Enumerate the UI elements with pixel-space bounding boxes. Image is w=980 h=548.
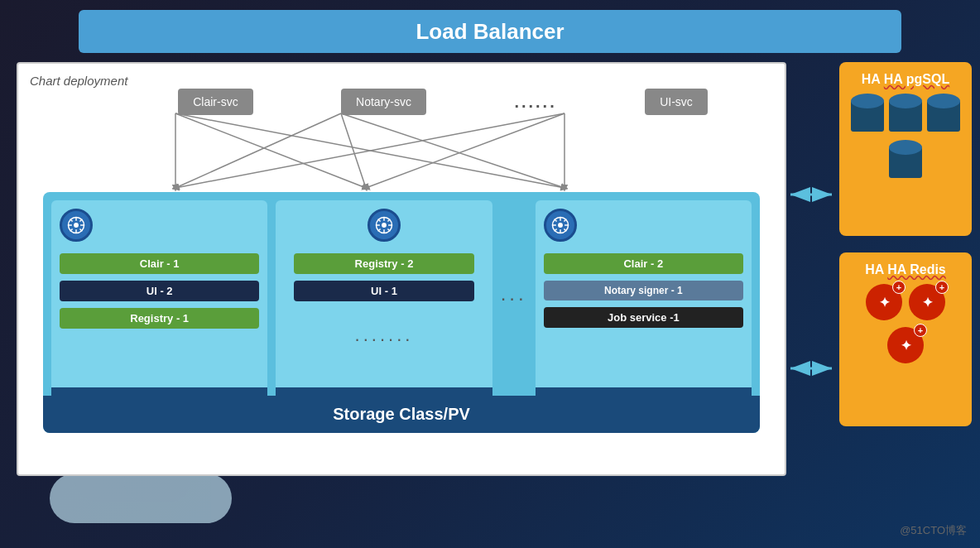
right-panels: HA HA pgSQL HA HA Redis — [839, 62, 972, 426]
pgsql-label: HA pgSQL — [884, 72, 949, 86]
k8s-node-3: Clair - 2 Notary signer - 1 Job service … — [536, 200, 752, 425]
svg-line-18 — [70, 228, 73, 231]
svg-line-26 — [387, 228, 390, 231]
ha-pgsql-panel: HA HA pgSQL — [839, 62, 972, 236]
between-nodes-dots: ... — [501, 200, 527, 425]
db-cylinder-1 — [851, 94, 884, 135]
side-arrows-svg — [786, 62, 836, 476]
svg-line-37 — [564, 219, 566, 222]
svg-line-38 — [554, 228, 556, 231]
svg-line-27 — [387, 219, 390, 222]
db-cylinder-2 — [889, 94, 922, 135]
svg-line-1 — [175, 113, 366, 188]
db-cylinder-3 — [927, 94, 960, 135]
svg-line-35 — [554, 219, 556, 222]
svg-line-15 — [70, 219, 73, 222]
cloud-decoration — [50, 473, 232, 523]
svg-line-17 — [79, 219, 82, 222]
svg-line-5 — [341, 113, 564, 188]
ha-redis-title: HA HA Redis — [849, 262, 962, 277]
storage-class-label: Storage Class/PV — [333, 405, 470, 424]
svg-line-3 — [175, 113, 341, 188]
k8s-node-2: Registry - 2 UI - 1 ....... — [276, 200, 492, 425]
svg-line-16 — [79, 228, 82, 231]
redis-icon-3: ✦ + — [887, 327, 924, 363]
svg-line-7 — [366, 113, 564, 188]
svg-point-20 — [382, 223, 387, 228]
registry-1-badge: Registry - 1 — [60, 308, 259, 329]
redis-icon-2: ✦ + — [909, 284, 945, 320]
ha-redis-panel: HA HA Redis ✦ + ✦ + ✦ + — [839, 252, 972, 426]
db-cylinder-4 — [889, 140, 922, 181]
svg-line-36 — [564, 228, 566, 231]
k8s-node-1: Clair - 1 UI - 2 Registry - 1 — [51, 200, 267, 425]
k8s-icon-3 — [544, 209, 577, 242]
arrows-svg — [101, 109, 722, 192]
clair-1-badge: Clair - 1 — [60, 253, 259, 274]
chart-label: Chart deployment — [30, 74, 127, 88]
load-balancer-label: Load Balancer — [416, 19, 564, 45]
ui-2-badge: UI - 2 — [60, 281, 259, 301]
svg-point-10 — [74, 223, 79, 228]
job-service-badge: Job service -1 — [544, 307, 743, 328]
k8s-icon-2 — [368, 209, 401, 242]
ha-pgsql-title: HA HA pgSQL — [849, 72, 962, 87]
redis-icon-1: ✦ + — [866, 284, 902, 320]
k8s-icon-1 — [60, 209, 93, 242]
clair-2-badge: Clair - 2 — [544, 253, 743, 274]
ui-1-badge: UI - 1 — [294, 281, 473, 301]
svg-point-30 — [558, 223, 563, 228]
chart-area: Chart deployment Clair-svc Notary-svc ..… — [17, 62, 786, 476]
redis-icons: ✦ + ✦ + ✦ + — [849, 284, 962, 363]
watermark: @51CTO博客 — [900, 523, 967, 538]
svg-line-28 — [378, 228, 381, 231]
storage-class-bar: Storage Class/PV — [43, 396, 760, 433]
redis-label: HA Redis — [887, 262, 946, 276]
notary-signer-badge: Notary signer - 1 — [544, 281, 743, 300]
load-balancer-box: Load Balancer — [79, 10, 901, 53]
registry-2-badge: Registry - 2 — [294, 253, 473, 274]
svg-line-25 — [378, 219, 381, 222]
db-icons — [849, 94, 962, 181]
node-middle-dots: ....... — [355, 324, 414, 346]
svg-line-4 — [341, 113, 366, 188]
